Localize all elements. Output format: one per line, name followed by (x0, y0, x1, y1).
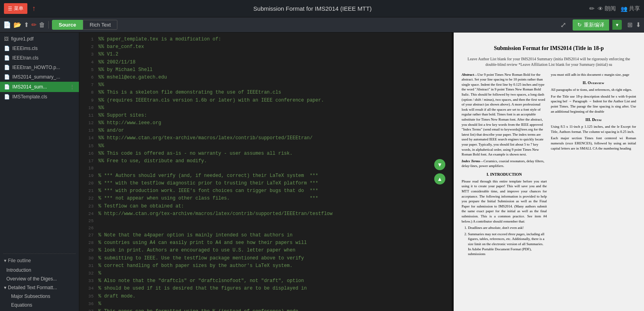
line-content-21: % *** with production work. IEEE's font … (98, 187, 448, 195)
file-item-IEEEtranHOWTO[interactable]: 📄 IEEEtran_HOWTO.p... (0, 63, 79, 72)
line-content-4: %% 2002/11/18 (98, 59, 448, 66)
expand-icon[interactable]: ⤢ (560, 21, 566, 29)
edit-title-icon[interactable]: ✏ (589, 5, 594, 12)
code-line-7: 7%% (79, 81, 452, 89)
line-content-14: %% http://www.ctan.org/tex-archive/macro… (98, 134, 448, 142)
file-more-icon[interactable]: ⋮ (69, 84, 75, 90)
outline-subitem-equations[interactable]: Equations (0, 301, 79, 309)
line-content-10: %% (98, 104, 448, 112)
code-line-36: 36% (79, 300, 452, 308)
code-line-29: 29% look in print. Authors are encourage… (79, 247, 452, 254)
line-content-24: % http://www.ctan.org/tex-archive/macros… (98, 210, 448, 218)
line-number-14: 14 (82, 135, 94, 142)
file-name-IEEEtran: IEEEtran.cls (12, 55, 75, 61)
refresh-icon: ↻ (577, 22, 582, 28)
file-icon-IEEEtranHOWTO: 📄 (4, 65, 10, 70)
section3-text: Using 8.5 x 11-inch p 1.125 inches, and … (551, 124, 636, 134)
line-number-33: 33 (82, 278, 94, 285)
code-line-13: 13%% and/or (79, 127, 452, 134)
download-icon[interactable]: ⬇ (636, 21, 641, 29)
topbar: ☰ 菜单 ↑ Submission Format for IMS2014 (IE… (0, 0, 644, 17)
code-line-30: 30% submitting to IEEE. Use the testflow… (79, 255, 452, 262)
file-icon-figure1: 🖼 (4, 36, 9, 42)
line-content-1: %% paper_template.tex is a modification … (98, 36, 448, 43)
section2-header: II. Overview (551, 80, 636, 86)
code-line-21: 21% *** with production work. IEEE's fon… (79, 187, 452, 195)
read-aloud-button[interactable]: 👁 朗阅 (598, 5, 616, 12)
tab-source[interactable]: Source (52, 20, 83, 30)
code-line-14: 14%% http://www.ctan.org/tex-archive/mac… (79, 134, 452, 142)
outline-subitem-majorsubsections[interactable]: Major Subsections (0, 292, 79, 301)
file-item-figure1pdf[interactable]: 🖼 figure1.pdf (0, 34, 79, 44)
section1-text: Please read through this entire template… (462, 179, 547, 224)
line-content-27: % Note that the a4paper option is mainly… (98, 232, 448, 239)
file-item-IEEEims[interactable]: 📄 IEEEims.cls (0, 44, 79, 53)
line-number-6: 6 (82, 74, 94, 81)
code-line-4: 4%% 2002/11/18 (79, 59, 452, 66)
navigate-down-button[interactable]: ▼ (434, 159, 445, 170)
outline-item-overview[interactable]: Overview of the Diges... (0, 275, 79, 283)
code-line-2: 2%% bare_conf.tex (79, 43, 452, 51)
line-number-18: 18 (82, 165, 94, 172)
navigate-up-button[interactable]: ▲ (434, 173, 445, 184)
outline-item-detailed[interactable]: ▾ Detailed Text Formatt... (0, 283, 79, 292)
outline-item-detailed-label: Detailed Text Formatt... (8, 285, 57, 290)
share-button[interactable]: 👥 共享 (621, 5, 640, 12)
line-content-2: %% bare_conf.tex (98, 43, 448, 51)
code-line-20: 20% *** with the testflow diagnostic pri… (79, 180, 452, 187)
pencil-icon[interactable]: ✏ (31, 21, 36, 29)
menu-label: 菜单 (14, 5, 23, 12)
file-name-IEEEims: IEEEims.cls (12, 46, 75, 51)
code-editor[interactable]: 1%% paper_template.tex is a modification… (79, 33, 452, 311)
line-number-34: 34 (82, 285, 94, 292)
line-number-16: 16 (82, 150, 94, 157)
chevron-down-icon: ▾ (4, 258, 6, 263)
line-content-33: % Also note that the "draftcls" or "draf… (98, 277, 448, 285)
recompile-button[interactable]: ↻ 重新编译 (573, 19, 609, 31)
file-item-IMS2014summary[interactable]: 📄 IMS2014_summary_... (0, 72, 79, 82)
trash-icon[interactable]: 🗑 (39, 21, 45, 29)
line-number-4: 4 (82, 59, 94, 66)
layout-icon[interactable]: ⊞ (627, 21, 632, 29)
code-line-6: 6%% mshell@ece.gatech.edu (79, 74, 452, 81)
line-number-29: 29 (82, 247, 94, 254)
code-line-10: 10%% (79, 104, 452, 112)
menu-button[interactable]: ☰ 菜单 (4, 3, 27, 14)
tab-richtext[interactable]: Rich Text (83, 20, 117, 30)
file-name-IMS2014summary: IMS2014_summary_... (12, 74, 75, 80)
line-content-20: % *** with the testflow diagnostic prior… (98, 180, 448, 187)
line-content-37: % This paper can be formatted using the … (98, 308, 448, 311)
line-number-8: 8 (82, 89, 94, 96)
open-folder-icon[interactable]: 📂 (13, 21, 21, 29)
line-content-6: %% mshell@ece.gatech.edu (98, 74, 448, 81)
file-item-IMS2014sum[interactable]: 📄 IMS2014_sum... ⋮ (0, 82, 79, 92)
file-item-IMSTemplate[interactable]: 📄 IMSTemplate.cls (0, 92, 79, 102)
outline-header[interactable]: ▾ File outline (0, 255, 79, 266)
code-line-19: 19% *** Authors should verify (and, if n… (79, 172, 452, 180)
outline-header-label: File outline (8, 258, 31, 263)
code-line-31: 31% correct handling of both paper sizes… (79, 262, 452, 270)
code-line-15: 15%% (79, 142, 452, 150)
code-line-34: 34% should be used if it is desired that… (79, 285, 452, 292)
read-aloud-icon: 👁 (598, 6, 603, 12)
main-content: 🖼 figure1.pdf 📄 IEEEims.cls 📄 IEEEtran.c… (0, 33, 644, 311)
code-line-35: 35% draft mode. (79, 293, 452, 300)
preview-pane: Submission Format for IMS2014 (Title in … (454, 33, 644, 311)
line-number-31: 31 (82, 263, 94, 270)
line-content-32: % (98, 270, 448, 277)
file-item-IEEEtran[interactable]: 📄 IEEEtran.cls (0, 53, 79, 63)
code-line-32: 32% (79, 270, 452, 277)
code-line-22: 22% *** not appear when using other clas… (79, 195, 452, 202)
line-number-1: 1 (82, 36, 94, 43)
file-name-IEEEtranHOWTO: IEEEtran_HOWTO.p... (12, 65, 75, 70)
line-number-27: 27 (82, 232, 94, 239)
line-content-36: % (98, 300, 448, 308)
recompile-dropdown-button[interactable]: ▾ (612, 20, 622, 30)
line-number-10: 10 (82, 105, 94, 112)
upload-icon[interactable]: ⬆ (24, 21, 29, 29)
outline-item-introduction[interactable]: Introduction (0, 266, 79, 275)
code-line-1: 1%% paper_template.tex is a modification… (79, 36, 452, 43)
section3-para2: Each major section Times font centered w… (551, 136, 636, 151)
editor-toolbar: 📄 📂 ⬆ ✏ 🗑 Source Rich Text ⤢ ↻ 重新编译 ▾ ⊞ … (0, 17, 644, 33)
new-file-icon[interactable]: 📄 (3, 21, 11, 29)
